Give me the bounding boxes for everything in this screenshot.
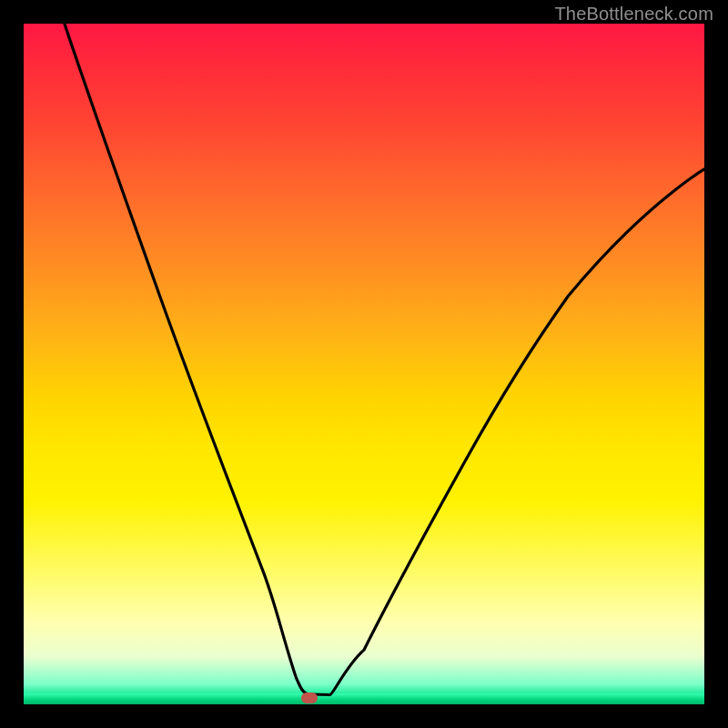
chart-frame: TheBottleneck.com [0, 0, 728, 728]
bottleneck-curve [24, 24, 704, 704]
plot-area [24, 24, 704, 704]
curve-path [65, 24, 704, 695]
optimal-point-marker [301, 693, 318, 703]
watermark-text: TheBottleneck.com [554, 4, 713, 25]
